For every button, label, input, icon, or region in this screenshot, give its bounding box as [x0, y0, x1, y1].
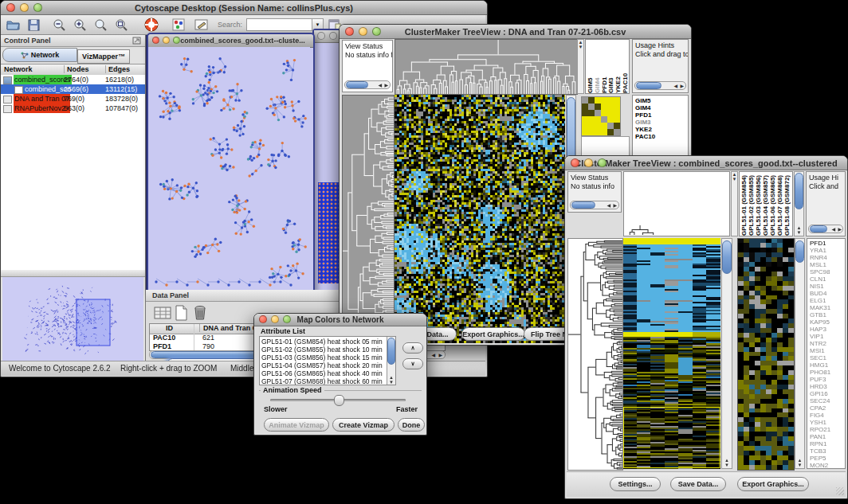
row-label[interactable]: GIM5	[635, 97, 688, 104]
tv1-status-scrollbar[interactable]: ◀▶	[344, 80, 391, 89]
tv1-zoom-heatmap[interactable]	[581, 96, 621, 136]
tv2-status-scrollbar[interactable]: ◀▶	[570, 201, 619, 209]
col-edges[interactable]: Edges	[105, 65, 130, 73]
row-label[interactable]: PFD1	[635, 111, 688, 119]
zoom-icon[interactable]	[283, 315, 291, 323]
minimize-icon[interactable]	[163, 37, 170, 44]
animate-vizmap-button[interactable]: Animate Vizmap	[264, 418, 329, 432]
gene-label[interactable]: MSI1	[810, 347, 845, 354]
delete-attribute-icon[interactable]	[194, 305, 206, 322]
close-icon[interactable]	[152, 37, 159, 44]
row-label[interactable]: GIM4	[635, 104, 688, 111]
speed-slider[interactable]	[270, 399, 406, 401]
gene-label[interactable]: HAP3	[810, 326, 845, 333]
column-label[interactable]: GIM5	[587, 41, 594, 93]
tv2-zoom-heatmap[interactable]	[737, 238, 795, 471]
zoom-icon[interactable]	[598, 158, 607, 167]
column-label[interactable]: GPL51-07 (GSM868)	[776, 172, 783, 236]
gene-label[interactable]: HRD3	[810, 383, 845, 390]
annotation-icon[interactable]	[193, 17, 209, 33]
network-row[interactable]: DNA and Tran 07 769(0) 183728(0)	[1, 94, 145, 104]
gene-label[interactable]: FIG4	[810, 412, 845, 419]
tv1-hints-scrollbar[interactable]: ◀▶	[634, 81, 686, 90]
network-row[interactable]: combined_scores 2764(0) 16218(0)	[1, 75, 145, 84]
tv2-global-heatmap[interactable]	[623, 238, 720, 469]
gene-label[interactable]: RNR4	[810, 254, 845, 261]
column-label[interactable]: GPL51-03 (GSM856)	[755, 172, 762, 236]
minimize-icon[interactable]	[20, 3, 29, 12]
close-icon[interactable]	[6, 3, 15, 12]
treeview2-titlebar[interactable]: ClusterMaker TreeView : combined_scores_…	[565, 156, 847, 170]
tv2-zoom-v-scrollbar[interactable]: ▲▼	[795, 238, 805, 469]
column-label[interactable]: GPL51-08 (GSM872)	[783, 172, 791, 236]
column-label[interactable]: GIM3	[607, 41, 614, 93]
zoom-icon[interactable]	[33, 3, 42, 12]
tv1-column-labels[interactable]: GIM5GIM4PFD1GIM3YKE2PAC10	[585, 39, 630, 94]
zoom-in-icon[interactable]	[72, 17, 88, 33]
tab-vizmapper[interactable]: VizMapper™	[77, 49, 130, 64]
row-label[interactable]: PAC10	[635, 133, 688, 140]
row-label[interactable]: GIM3	[635, 119, 688, 126]
gene-label[interactable]: VIP1	[810, 333, 845, 340]
gene-label[interactable]: YRA1	[810, 247, 845, 254]
gene-label[interactable]: GPI16	[810, 390, 845, 397]
new-attribute-icon[interactable]	[175, 305, 188, 322]
float-panel-icon[interactable]	[132, 37, 141, 46]
network-row[interactable]: combined_sco 2569(6) 13112(15)	[1, 84, 145, 94]
tv2-label-scroll-strip[interactable]: ▲▼	[731, 171, 738, 236]
vizmap-node-icon[interactable]	[171, 17, 186, 33]
zoom-icon[interactable]	[173, 37, 180, 44]
col-network[interactable]: Network	[4, 65, 33, 73]
tv2-hints-scrollbar[interactable]: ◀▶	[808, 225, 843, 233]
move-up-button[interactable]: ∧	[402, 342, 423, 354]
row-label[interactable]: YKE2	[635, 126, 688, 133]
column-label[interactable]: GIM4	[594, 41, 601, 93]
gene-label[interactable]: PHO81	[810, 369, 845, 376]
dialog-titlebar[interactable]: Map Colors to Network	[254, 314, 426, 326]
gene-label[interactable]: NTR2	[810, 340, 845, 347]
tv2-export-graphics-button[interactable]: Export Graphics...	[737, 477, 809, 491]
gene-label[interactable]: NIS1	[810, 283, 845, 290]
tv1-export-graphics-button[interactable]: Export Graphics...	[461, 327, 525, 341]
gene-label[interactable]: PUF3	[810, 376, 845, 383]
zoom-out-icon[interactable]	[51, 17, 67, 33]
gene-label[interactable]: MON2	[810, 462, 845, 469]
network-a-titlebar[interactable]: combined_scores_good.txt--cluste...	[148, 34, 313, 48]
attribute-item[interactable]: GPL51-06 (GSM865) heat shock 40 min	[261, 369, 394, 377]
gene-label[interactable]: KAP95	[810, 318, 845, 326]
tv2-collabel-scrollbar[interactable]: ▲▼	[794, 171, 804, 236]
tv1-global-heatmap[interactable]	[395, 95, 565, 343]
attribute-listbox[interactable]: GPL51-01 (GSM854) heat shock 05 minGPL51…	[259, 336, 396, 385]
attribute-item[interactable]: GPL51-02 (GSM855) heat shock 10 min	[261, 346, 394, 354]
tv2-column-labels[interactable]: GPL51-01 (GSM854)GPL51-02 (GSM855)GPL51-…	[739, 171, 793, 236]
gene-label[interactable]: PEP5	[810, 455, 845, 462]
panel-splitter[interactable]	[1, 270, 145, 277]
minimize-icon[interactable]	[271, 315, 279, 323]
network-row[interactable]: RNAPuberNov2+ 563(0) 107847(0)	[1, 104, 145, 113]
gene-label[interactable]: RPN1	[810, 440, 845, 447]
attribute-item[interactable]: GPL51-04 (GSM857) heat shock 20 min	[261, 361, 394, 369]
gene-label[interactable]: MAK31	[810, 304, 845, 311]
column-label[interactable]: GPL51-01 (GSM854)	[740, 172, 748, 236]
move-down-button[interactable]: ∨	[402, 358, 423, 369]
minimize-icon[interactable]	[329, 32, 337, 40]
close-icon[interactable]	[317, 32, 325, 40]
attribute-item[interactable]: GPL51-03 (GSM856) heat shock 15 min	[261, 354, 394, 361]
gene-label[interactable]: TCB3	[810, 447, 845, 455]
close-icon[interactable]	[259, 315, 267, 323]
gene-label[interactable]: BUD4	[810, 290, 845, 297]
slider-thumb[interactable]	[334, 395, 344, 406]
minimize-icon[interactable]	[584, 158, 593, 167]
tv2-save-data-button[interactable]: Save Data...	[670, 477, 726, 491]
gene-label[interactable]: SEC1	[810, 354, 845, 361]
treeview1-titlebar[interactable]: ClusterMaker TreeView : DNA and Tran 07-…	[340, 25, 691, 39]
zoom-selected-icon[interactable]	[92, 17, 108, 33]
tv2-column-dendrogram-area[interactable]	[623, 171, 730, 236]
help-lifering-icon[interactable]	[143, 17, 159, 33]
column-label[interactable]: GPL51-06 (GSM865)	[769, 172, 776, 236]
close-icon[interactable]	[571, 158, 579, 167]
column-label[interactable]: PAC10	[622, 41, 629, 93]
column-label[interactable]: YKE2	[614, 41, 622, 93]
tv2-settings-button[interactable]: Settings...	[610, 477, 661, 491]
main-titlebar[interactable]: Cytoscape Desktop (Session Name: collins…	[1, 1, 487, 15]
